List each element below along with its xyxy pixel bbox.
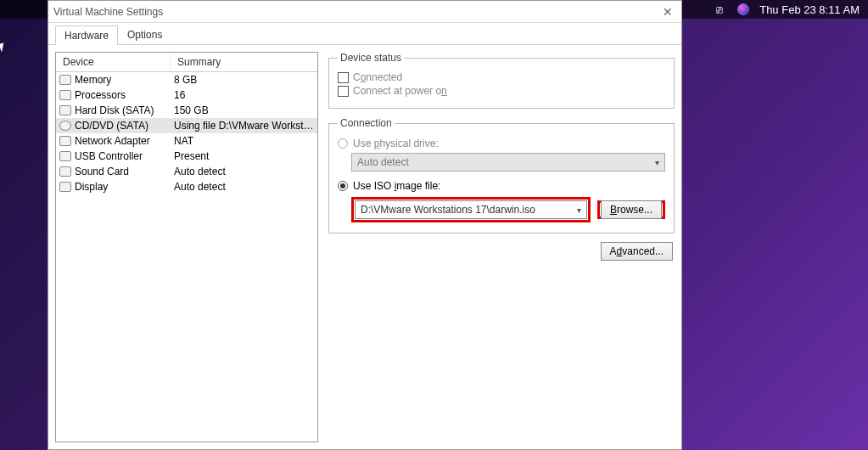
device-row-usb[interactable]: USB Controller Present bbox=[56, 149, 317, 164]
physical-drive-combo[interactable]: Auto detect ▾ bbox=[351, 153, 665, 172]
browse-button[interactable]: Browse... bbox=[601, 200, 662, 219]
siri-icon[interactable] bbox=[737, 3, 749, 15]
display-icon bbox=[59, 182, 71, 192]
use-iso-radio[interactable] bbox=[338, 181, 348, 191]
vm-settings-window: Virtual Machine Settings ✕ Hardware Opti… bbox=[48, 0, 682, 450]
use-physical-radio[interactable] bbox=[338, 138, 348, 149]
device-row-cddvd[interactable]: CD/DVD (SATA) Using file D:\VMware Works… bbox=[56, 118, 317, 133]
memory-icon bbox=[59, 75, 71, 85]
tab-hardware[interactable]: Hardware bbox=[55, 25, 118, 45]
sound-icon bbox=[59, 166, 71, 177]
connect-at-poweron-checkbox[interactable] bbox=[338, 86, 349, 97]
tabstrip: Hardware Options bbox=[48, 23, 681, 45]
tab-options[interactable]: Options bbox=[118, 25, 171, 44]
use-iso-label: Use ISO image file: bbox=[353, 180, 440, 192]
chevron-down-icon: ▾ bbox=[577, 205, 581, 215]
device-list: Device Summary Memory 8 GB Processors 16… bbox=[55, 52, 318, 442]
connected-label: Connected bbox=[353, 71, 402, 83]
window-title: Virtual Machine Settings bbox=[53, 6, 163, 18]
col-summary[interactable]: Summary bbox=[171, 53, 317, 71]
mouse-cursor-icon bbox=[0, 41, 11, 53]
connection-group: Connection Use physical drive: Auto dete… bbox=[328, 117, 675, 233]
connected-checkbox[interactable] bbox=[338, 72, 349, 83]
device-row-memory[interactable]: Memory 8 GB bbox=[56, 72, 317, 87]
device-row-processors[interactable]: Processors 16 bbox=[56, 87, 317, 103]
use-physical-label: Use physical drive: bbox=[353, 138, 439, 149]
network-icon bbox=[59, 136, 71, 146]
device-status-group: Device status Connected Connect at power… bbox=[328, 52, 675, 109]
connection-legend: Connection bbox=[338, 117, 395, 129]
close-icon[interactable]: ✕ bbox=[659, 5, 676, 19]
cpu-icon bbox=[59, 90, 71, 100]
device-row-network[interactable]: Network Adapter NAT bbox=[56, 133, 317, 149]
col-device[interactable]: Device bbox=[56, 53, 171, 71]
connect-at-poweron-label: Connect at power on bbox=[353, 85, 447, 97]
harddisk-icon bbox=[59, 105, 71, 115]
advanced-button[interactable]: Advanced... bbox=[601, 242, 673, 261]
control-center-icon[interactable]: ⎚ bbox=[712, 3, 727, 16]
chevron-down-icon: ▾ bbox=[655, 158, 659, 167]
iso-path-combo[interactable]: D:\VMware Workstations 17\darwin.iso ▾ bbox=[355, 200, 587, 219]
device-row-harddisk[interactable]: Hard Disk (SATA) 150 GB bbox=[56, 103, 317, 118]
device-status-legend: Device status bbox=[338, 52, 404, 64]
menubar-clock[interactable]: Thu Feb 23 8:11 AM bbox=[759, 3, 860, 16]
device-row-sound[interactable]: Sound Card Auto detect bbox=[56, 164, 317, 179]
usb-icon bbox=[59, 151, 71, 161]
cddvd-icon bbox=[59, 121, 71, 131]
window-titlebar[interactable]: Virtual Machine Settings ✕ bbox=[48, 1, 681, 23]
device-row-display[interactable]: Display Auto detect bbox=[56, 179, 317, 194]
